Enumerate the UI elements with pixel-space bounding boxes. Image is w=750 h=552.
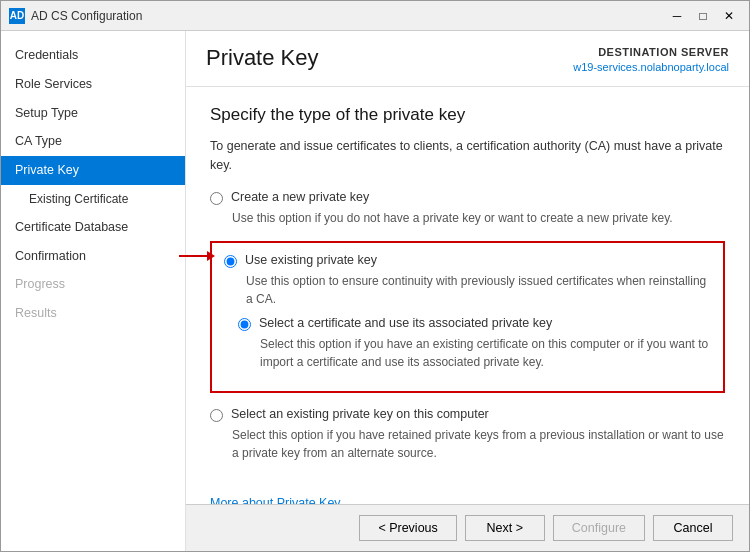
option2a-row: Select a certificate and use its associa… (238, 316, 711, 331)
option2a-radio[interactable] (238, 318, 251, 331)
configure-button: Configure (553, 515, 645, 541)
sidebar-item-ca-type[interactable]: CA Type (1, 127, 185, 156)
titlebar: AD AD CS Configuration ─ □ ✕ (1, 1, 749, 31)
minimize-button[interactable]: ─ (665, 6, 689, 26)
sidebar-item-confirmation[interactable]: Confirmation (1, 242, 185, 271)
main-window: AD AD CS Configuration ─ □ ✕ Credentials… (0, 0, 750, 552)
option1-desc: Use this option if you do not have a pri… (232, 209, 725, 227)
sidebar-item-credentials[interactable]: Credentials (1, 41, 185, 70)
highlighted-box: Use existing private key Use this option… (210, 241, 725, 393)
destination-label: DESTINATION SERVER (573, 45, 729, 60)
footer: < Previous Next > Configure Cancel (186, 504, 749, 551)
option1-row: Create a new private key (210, 190, 725, 205)
sidebar-item-results: Results (1, 299, 185, 328)
option-group-1: Create a new private key Use this option… (210, 190, 725, 227)
content-body: Specify the type of the private key To g… (186, 87, 749, 504)
sidebar-item-setup-type[interactable]: Setup Type (1, 99, 185, 128)
page-title: Private Key (206, 45, 319, 71)
sidebar-item-existing-cert[interactable]: Existing Certificate (1, 185, 185, 213)
option1-label[interactable]: Create a new private key (231, 190, 369, 204)
sidebar-item-cert-database[interactable]: Certificate Database (1, 213, 185, 242)
option2b-desc: Select this option if you have retained … (232, 426, 725, 462)
sidebar-item-role-services[interactable]: Role Services (1, 70, 185, 99)
option2b-radio[interactable] (210, 409, 223, 422)
option2-desc: Use this option to ensure continuity wit… (246, 272, 711, 308)
option2a-desc: Select this option if you have an existi… (260, 335, 711, 371)
sidebar: Credentials Role Services Setup Type CA … (1, 31, 186, 551)
sidebar-item-private-key[interactable]: Private Key (1, 156, 185, 185)
option2b-label[interactable]: Select an existing private key on this c… (231, 407, 489, 421)
section-title: Specify the type of the private key (210, 105, 725, 125)
destination-server-block: DESTINATION SERVER w19-services.nolabnop… (573, 45, 729, 76)
option2b-group: Select an existing private key on this c… (210, 407, 725, 462)
app-icon: AD (9, 8, 25, 24)
maximize-button[interactable]: □ (691, 6, 715, 26)
option2-row: Use existing private key (224, 253, 711, 268)
sidebar-item-progress: Progress (1, 270, 185, 299)
window-controls: ─ □ ✕ (665, 6, 741, 26)
server-name: w19-services.nolabnoparty.local (573, 60, 729, 75)
right-content: Private Key DESTINATION SERVER w19-servi… (186, 31, 749, 551)
main-layout: Credentials Role Services Setup Type CA … (1, 31, 749, 551)
next-button[interactable]: Next > (465, 515, 545, 541)
top-header: Private Key DESTINATION SERVER w19-servi… (186, 31, 749, 87)
intro-text: To generate and issue certificates to cl… (210, 137, 725, 175)
previous-button[interactable]: < Previous (359, 515, 456, 541)
more-about-private-key-link[interactable]: More about Private Key (210, 496, 341, 504)
cancel-button[interactable]: Cancel (653, 515, 733, 541)
option2a-label[interactable]: Select a certificate and use its associa… (259, 316, 552, 330)
sub-option-group-a: Select a certificate and use its associa… (238, 316, 711, 371)
option2-radio[interactable] (224, 255, 237, 268)
close-button[interactable]: ✕ (717, 6, 741, 26)
window-title: AD CS Configuration (31, 9, 665, 23)
option2-label[interactable]: Use existing private key (245, 253, 377, 267)
option2b-row: Select an existing private key on this c… (210, 407, 725, 422)
option1-radio[interactable] (210, 192, 223, 205)
